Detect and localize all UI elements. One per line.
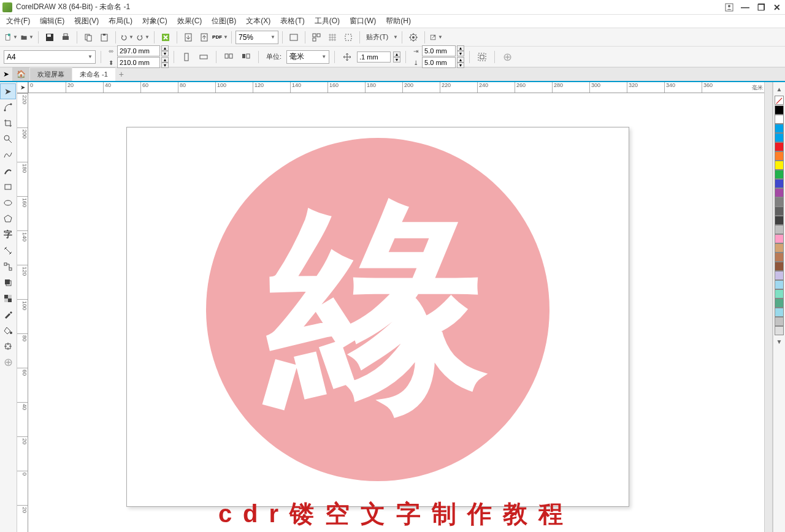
open-button[interactable]: ▼ <box>20 30 34 45</box>
redo-button[interactable]: ▼ <box>136 30 150 45</box>
smart-fill-tool[interactable] <box>0 338 16 354</box>
add-tab-button[interactable]: + <box>115 69 128 79</box>
color-swatch[interactable] <box>775 188 784 197</box>
color-swatch[interactable] <box>775 179 784 188</box>
color-swatch[interactable] <box>775 317 784 326</box>
export-button[interactable] <box>197 30 212 45</box>
eyedropper-tool[interactable] <box>0 306 16 322</box>
paste-button[interactable] <box>97 30 112 45</box>
snap-icon[interactable] <box>341 30 356 45</box>
color-swatch[interactable] <box>775 142 784 151</box>
color-swatch[interactable] <box>775 289 784 298</box>
expand-tools[interactable]: ⊕ <box>0 354 16 370</box>
undo-button[interactable]: ▼ <box>120 30 134 45</box>
menu-bitmap[interactable]: 位图(B) <box>207 15 241 28</box>
menu-table[interactable]: 表格(T) <box>275 15 309 28</box>
color-swatch[interactable] <box>775 216 784 225</box>
ruler-origin[interactable]: ➤ <box>17 82 28 93</box>
treat-as-filled-button[interactable] <box>475 50 489 64</box>
welcome-tab[interactable]: 欢迎屏幕 <box>30 68 72 81</box>
palette-up[interactable]: ▲ <box>776 86 783 93</box>
all-pages-button[interactable] <box>221 50 236 64</box>
menu-window[interactable]: 窗口(W) <box>345 15 381 28</box>
color-swatch[interactable] <box>775 151 784 161</box>
palette-down[interactable]: ▼ <box>776 338 783 345</box>
zoom-tool[interactable] <box>0 131 16 147</box>
fill-tool[interactable] <box>0 322 16 338</box>
launch-button[interactable]: ▼ <box>429 30 443 45</box>
color-swatch[interactable] <box>775 326 784 335</box>
height-down[interactable]: ▼ <box>161 63 169 68</box>
menu-view[interactable]: 视图(V) <box>69 15 104 28</box>
color-swatch[interactable] <box>775 124 784 133</box>
search-button[interactable] <box>158 30 173 45</box>
menu-help[interactable]: 帮助(H) <box>381 15 416 28</box>
maximize-button[interactable]: ❐ <box>756 2 767 13</box>
ruler-vertical[interactable]: 22020018016014012010080604020020 <box>17 93 28 532</box>
user-icon[interactable] <box>724 2 735 13</box>
color-swatch[interactable] <box>775 280 784 289</box>
current-page-button[interactable] <box>239 50 253 64</box>
scrollbar-v[interactable] <box>764 82 773 532</box>
transparency-tool[interactable] <box>0 291 16 306</box>
freehand-tool[interactable] <box>0 147 16 163</box>
color-swatch[interactable] <box>775 308 784 317</box>
color-swatch[interactable] <box>775 133 784 142</box>
ruler-horizontal[interactable]: 毫米02040608010012014016018020022024026028… <box>28 82 764 93</box>
color-swatch[interactable] <box>775 207 784 216</box>
portrait-button[interactable] <box>179 50 194 64</box>
landscape-button[interactable] <box>196 50 211 64</box>
color-swatch[interactable] <box>775 262 784 271</box>
menu-tools[interactable]: 工具(O) <box>310 15 345 28</box>
color-swatch[interactable] <box>775 197 784 207</box>
connector-tool[interactable] <box>0 259 16 275</box>
no-color-swatch[interactable] <box>775 96 784 105</box>
page-size-combo[interactable]: A4▼ <box>4 50 96 64</box>
new-button[interactable]: ▼ <box>4 30 18 45</box>
drop-shadow-tool[interactable] <box>0 275 16 291</box>
canvas[interactable]: 緣 cdr镂空文字制作教程 <box>28 93 764 532</box>
height-input[interactable] <box>117 57 160 68</box>
rectangle-tool[interactable] <box>0 179 16 195</box>
parallel-dim-tool[interactable] <box>0 243 16 259</box>
height-up[interactable]: ▲ <box>161 57 169 63</box>
yuan-character[interactable]: 緣 <box>267 199 488 420</box>
width-up[interactable]: ▲ <box>161 45 169 51</box>
color-swatch[interactable] <box>775 115 784 124</box>
color-swatch[interactable] <box>775 253 784 262</box>
guides-button[interactable] <box>325 30 340 45</box>
menu-text[interactable]: 文本(X) <box>241 15 275 28</box>
crop-tool[interactable] <box>0 115 16 131</box>
nudge-input[interactable] <box>357 51 391 63</box>
menu-object[interactable]: 对象(C) <box>137 15 172 28</box>
color-swatch[interactable] <box>775 105 784 115</box>
dup-y-input[interactable] <box>422 57 456 68</box>
color-swatch[interactable] <box>775 271 784 280</box>
pink-circle-shape[interactable]: 緣 <box>206 138 550 481</box>
options-button[interactable] <box>406 30 421 45</box>
close-button[interactable]: ✕ <box>772 2 783 13</box>
home-tab[interactable]: 🏠 <box>12 67 29 81</box>
document-tab[interactable]: 未命名 -1 <box>72 67 115 81</box>
grid-button[interactable] <box>309 30 324 45</box>
width-input[interactable] <box>117 45 160 56</box>
ellipse-tool[interactable] <box>0 195 16 211</box>
pick-tool[interactable]: ➤ <box>0 83 16 99</box>
color-swatch[interactable] <box>775 170 784 179</box>
units-combo[interactable]: 毫米▼ <box>286 50 329 64</box>
nudge-up[interactable]: ▲ <box>393 51 400 57</box>
nudge-down[interactable]: ▼ <box>393 57 400 63</box>
import-button[interactable] <box>181 30 196 45</box>
artistic-media-tool[interactable] <box>0 163 16 179</box>
snap-label[interactable]: 贴齐(T) <box>366 32 388 42</box>
print-button[interactable] <box>58 30 73 45</box>
dup-x-input[interactable] <box>422 45 456 56</box>
color-swatch[interactable] <box>775 161 784 170</box>
add-page-button[interactable]: ⊕ <box>500 50 515 64</box>
shape-tool[interactable] <box>0 99 16 115</box>
menu-effects[interactable]: 效果(C) <box>172 15 207 28</box>
fullscreen-button[interactable] <box>286 30 301 45</box>
width-down[interactable]: ▼ <box>161 51 169 56</box>
menu-layout[interactable]: 布局(L) <box>104 15 137 28</box>
save-button[interactable] <box>42 30 57 45</box>
